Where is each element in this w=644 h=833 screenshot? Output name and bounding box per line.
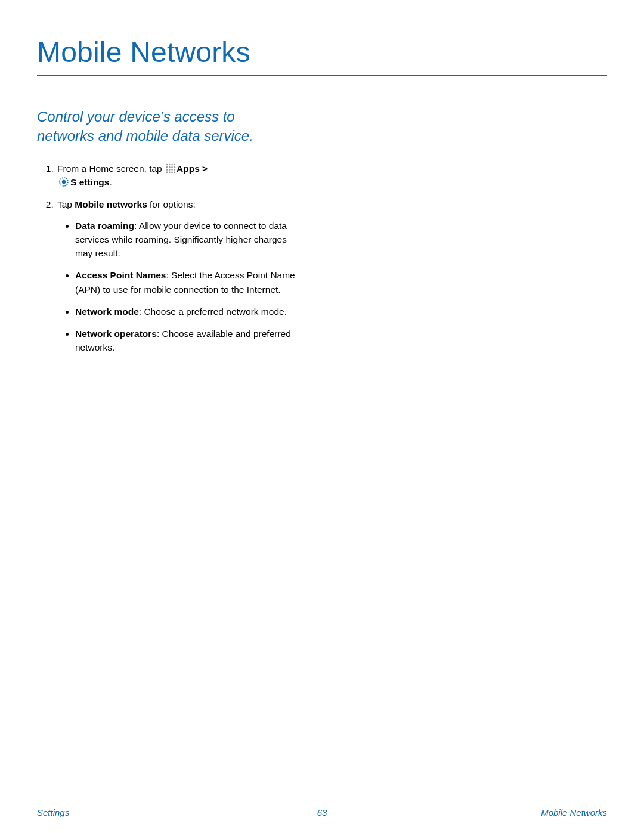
settings-label: S ettings — [70, 177, 109, 187]
step-2-pre: Tap — [57, 199, 75, 209]
step-2: Tap Mobile networks for options: Data ro… — [56, 197, 299, 354]
apn-term: Access Point Names — [75, 270, 166, 280]
svg-point-7 — [174, 166, 176, 168]
svg-point-15 — [174, 171, 176, 172]
settings-icon — [58, 176, 69, 187]
option-apn: Access Point Names: Select the Access Po… — [75, 268, 299, 296]
network-mode-desc: : Choose a preferred network mode. — [139, 306, 287, 317]
apps-label: Apps — [177, 163, 200, 174]
footer-right: Mobile Networks — [417, 807, 607, 817]
svg-point-11 — [174, 169, 176, 171]
step-1-sep: > — [200, 163, 208, 174]
page-footer: Settings 63 Mobile Networks — [0, 807, 644, 817]
page-title: Mobile Networks — [37, 36, 607, 69]
mobile-networks-label: Mobile networks — [75, 199, 147, 209]
title-rule — [37, 75, 607, 76]
option-network-operators: Network operators: Choose available and … — [75, 327, 299, 355]
svg-point-1 — [169, 163, 171, 165]
content-block: From a Home screen, tap Apps > — [37, 162, 299, 355]
svg-point-2 — [171, 163, 173, 165]
svg-point-4 — [166, 166, 168, 168]
svg-point-10 — [171, 169, 173, 171]
svg-point-3 — [174, 163, 176, 165]
svg-point-14 — [171, 171, 173, 172]
svg-point-13 — [169, 171, 171, 172]
document-page: Mobile Networks Control your device’s ac… — [0, 0, 644, 833]
svg-point-5 — [169, 166, 171, 168]
steps-list: From a Home screen, tap Apps > — [41, 162, 299, 355]
step-2-post: for options: — [147, 199, 196, 209]
step-1: From a Home screen, tap Apps > — [56, 162, 299, 190]
footer-left: Settings — [37, 807, 227, 817]
options-list: Data roaming: Allow your device to conne… — [61, 219, 299, 355]
svg-point-12 — [166, 171, 168, 172]
svg-point-9 — [169, 169, 171, 171]
intro-text: Control your device’s access to networks… — [37, 107, 287, 146]
svg-point-6 — [171, 166, 173, 168]
step-1-pre: From a Home screen, tap — [57, 163, 165, 174]
svg-point-8 — [166, 169, 168, 171]
option-network-mode: Network mode: Choose a preferred network… — [75, 305, 299, 318]
footer-page: 63 — [227, 807, 417, 817]
network-mode-term: Network mode — [75, 306, 139, 317]
svg-point-17 — [62, 180, 66, 184]
apps-icon — [166, 163, 176, 172]
option-data-roaming: Data roaming: Allow your device to conne… — [75, 219, 299, 261]
network-operators-term: Network operators — [75, 329, 157, 339]
step-1-post: . — [109, 177, 112, 187]
svg-point-0 — [166, 163, 168, 165]
data-roaming-term: Data roaming — [75, 221, 134, 231]
